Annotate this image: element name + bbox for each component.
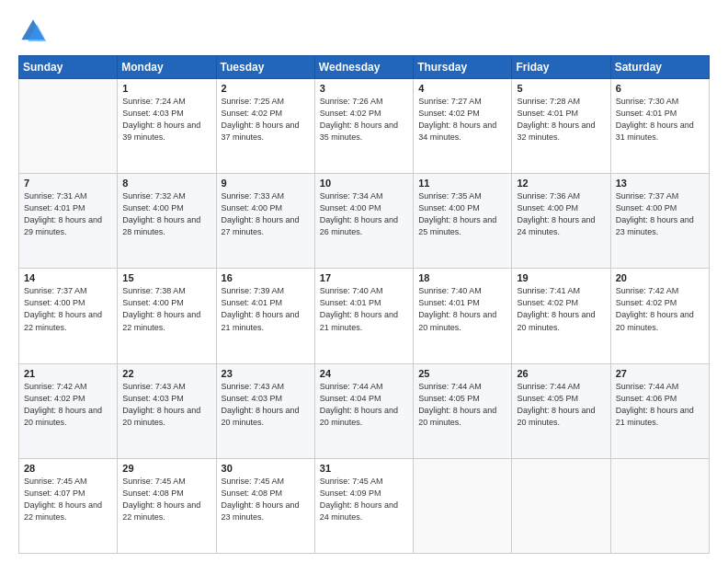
day-info: Sunrise: 7:36 AMSunset: 4:00 PMDaylight:… [517,190,605,238]
calendar-day-cell [512,458,610,553]
day-number: 19 [517,272,605,283]
calendar-day-cell: 7Sunrise: 7:31 AMSunset: 4:01 PMDaylight… [19,174,118,269]
day-info: Sunrise: 7:45 AMSunset: 4:07 PMDaylight:… [24,476,112,523]
calendar-day-cell: 30Sunrise: 7:45 AMSunset: 4:08 PMDayligh… [216,458,314,553]
day-number: 2 [222,83,310,94]
day-info: Sunrise: 7:26 AMSunset: 4:02 PMDaylight:… [320,96,408,144]
calendar-header-row: SundayMondayTuesdayWednesdayThursdayFrid… [19,56,710,79]
calendar-week-row: 7Sunrise: 7:31 AMSunset: 4:01 PMDaylight… [19,174,710,269]
calendar-week-row: 21Sunrise: 7:42 AMSunset: 4:02 PMDayligh… [19,363,710,458]
day-number: 7 [24,178,112,189]
day-number: 5 [517,83,605,94]
day-info: Sunrise: 7:41 AMSunset: 4:02 PMDaylight:… [517,285,605,333]
logo-icon [18,17,48,46]
day-number: 10 [320,178,408,189]
day-info: Sunrise: 7:44 AMSunset: 4:05 PMDaylight:… [517,381,605,429]
calendar-day-cell: 23Sunrise: 7:43 AMSunset: 4:03 PMDayligh… [216,363,314,458]
calendar-day-cell: 9Sunrise: 7:33 AMSunset: 4:00 PMDaylight… [216,174,314,269]
weekday-header: Wednesday [314,56,413,79]
day-info: Sunrise: 7:44 AMSunset: 4:04 PMDaylight:… [320,381,408,429]
day-number: 21 [24,368,112,379]
day-info: Sunrise: 7:25 AMSunset: 4:02 PMDaylight:… [222,96,310,144]
calendar-day-cell: 22Sunrise: 7:43 AMSunset: 4:03 PMDayligh… [118,363,216,458]
calendar-day-cell: 29Sunrise: 7:45 AMSunset: 4:08 PMDayligh… [118,458,216,553]
calendar-day-cell: 24Sunrise: 7:44 AMSunset: 4:04 PMDayligh… [314,363,413,458]
day-info: Sunrise: 7:43 AMSunset: 4:03 PMDaylight:… [122,381,210,429]
calendar-day-cell: 5Sunrise: 7:28 AMSunset: 4:01 PMDaylight… [512,79,610,174]
day-info: Sunrise: 7:45 AMSunset: 4:09 PMDaylight:… [320,476,408,523]
day-number: 11 [418,178,506,189]
calendar-day-cell: 26Sunrise: 7:44 AMSunset: 4:05 PMDayligh… [512,363,610,458]
day-number: 26 [517,368,605,379]
calendar-day-cell: 31Sunrise: 7:45 AMSunset: 4:09 PMDayligh… [314,458,413,553]
calendar-day-cell: 18Sunrise: 7:40 AMSunset: 4:01 PMDayligh… [414,269,512,363]
logo [18,17,51,46]
calendar-day-cell [19,79,118,174]
page: SundayMondayTuesdayWednesdayThursdayFrid… [0,0,728,563]
day-number: 18 [418,272,506,283]
day-number: 28 [24,463,112,474]
calendar-week-row: 14Sunrise: 7:37 AMSunset: 4:00 PMDayligh… [19,269,710,363]
calendar-day-cell: 28Sunrise: 7:45 AMSunset: 4:07 PMDayligh… [19,458,118,553]
day-number: 3 [320,83,408,94]
calendar-day-cell: 15Sunrise: 7:38 AMSunset: 4:00 PMDayligh… [118,269,216,363]
day-number: 24 [320,368,408,379]
day-number: 25 [418,368,506,379]
day-number: 22 [122,368,210,379]
day-number: 14 [24,272,112,283]
day-info: Sunrise: 7:30 AMSunset: 4:01 PMDaylight:… [616,96,704,144]
day-info: Sunrise: 7:35 AMSunset: 4:00 PMDaylight:… [418,190,506,238]
day-number: 12 [517,178,605,189]
day-info: Sunrise: 7:34 AMSunset: 4:00 PMDaylight:… [320,190,408,238]
day-number: 13 [616,178,704,189]
day-number: 29 [122,463,210,474]
calendar-day-cell: 17Sunrise: 7:40 AMSunset: 4:01 PMDayligh… [314,269,413,363]
header [18,17,710,46]
weekday-header: Monday [118,56,216,79]
day-number: 17 [320,272,408,283]
day-number: 31 [320,463,408,474]
day-info: Sunrise: 7:45 AMSunset: 4:08 PMDaylight:… [122,476,210,523]
calendar-day-cell: 13Sunrise: 7:37 AMSunset: 4:00 PMDayligh… [610,174,709,269]
day-info: Sunrise: 7:40 AMSunset: 4:01 PMDaylight:… [418,285,506,333]
day-info: Sunrise: 7:32 AMSunset: 4:00 PMDaylight:… [122,190,210,238]
calendar-day-cell: 27Sunrise: 7:44 AMSunset: 4:06 PMDayligh… [610,363,709,458]
day-info: Sunrise: 7:27 AMSunset: 4:02 PMDaylight:… [418,96,506,144]
day-info: Sunrise: 7:31 AMSunset: 4:01 PMDaylight:… [24,190,112,238]
calendar-day-cell: 21Sunrise: 7:42 AMSunset: 4:02 PMDayligh… [19,363,118,458]
weekday-header: Saturday [610,56,709,79]
calendar-day-cell: 20Sunrise: 7:42 AMSunset: 4:02 PMDayligh… [610,269,709,363]
calendar-day-cell: 10Sunrise: 7:34 AMSunset: 4:00 PMDayligh… [314,174,413,269]
weekday-header: Friday [512,56,610,79]
calendar-table: SundayMondayTuesdayWednesdayThursdayFrid… [18,55,710,554]
calendar-day-cell: 14Sunrise: 7:37 AMSunset: 4:00 PMDayligh… [19,269,118,363]
day-number: 20 [616,272,704,283]
day-info: Sunrise: 7:28 AMSunset: 4:01 PMDaylight:… [517,96,605,144]
day-info: Sunrise: 7:37 AMSunset: 4:00 PMDaylight:… [616,190,704,238]
day-info: Sunrise: 7:33 AMSunset: 4:00 PMDaylight:… [222,190,310,238]
calendar-day-cell: 2Sunrise: 7:25 AMSunset: 4:02 PMDaylight… [216,79,314,174]
calendar-day-cell: 3Sunrise: 7:26 AMSunset: 4:02 PMDaylight… [314,79,413,174]
weekday-header: Sunday [19,56,118,79]
day-info: Sunrise: 7:42 AMSunset: 4:02 PMDaylight:… [24,381,112,429]
calendar-day-cell: 12Sunrise: 7:36 AMSunset: 4:00 PMDayligh… [512,174,610,269]
day-number: 6 [616,83,704,94]
day-info: Sunrise: 7:42 AMSunset: 4:02 PMDaylight:… [616,285,704,333]
weekday-header: Thursday [414,56,512,79]
day-number: 27 [616,368,704,379]
day-number: 15 [122,272,210,283]
calendar-day-cell: 16Sunrise: 7:39 AMSunset: 4:01 PMDayligh… [216,269,314,363]
calendar-day-cell: 8Sunrise: 7:32 AMSunset: 4:00 PMDaylight… [118,174,216,269]
calendar-day-cell: 11Sunrise: 7:35 AMSunset: 4:00 PMDayligh… [414,174,512,269]
day-number: 1 [122,83,210,94]
day-info: Sunrise: 7:37 AMSunset: 4:00 PMDaylight:… [24,285,112,333]
calendar-day-cell: 25Sunrise: 7:44 AMSunset: 4:05 PMDayligh… [414,363,512,458]
day-info: Sunrise: 7:44 AMSunset: 4:06 PMDaylight:… [616,381,704,429]
day-number: 8 [122,178,210,189]
day-info: Sunrise: 7:43 AMSunset: 4:03 PMDaylight:… [222,381,310,429]
day-info: Sunrise: 7:38 AMSunset: 4:00 PMDaylight:… [122,285,210,333]
day-number: 4 [418,83,506,94]
day-number: 23 [222,368,310,379]
weekday-header: Tuesday [216,56,314,79]
day-info: Sunrise: 7:40 AMSunset: 4:01 PMDaylight:… [320,285,408,333]
